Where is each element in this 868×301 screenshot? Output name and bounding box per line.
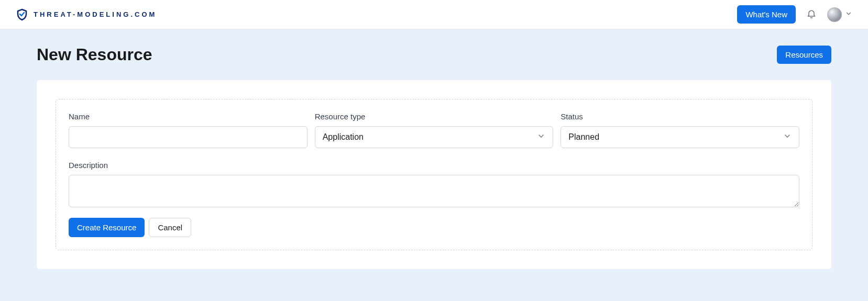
avatar <box>827 7 842 22</box>
resource-type-group: Resource type Application <box>315 112 554 148</box>
form-row-1: Name Resource type Application <box>69 112 799 148</box>
name-group: Name <box>69 112 307 148</box>
chevron-down-icon <box>783 132 792 142</box>
shield-logo-icon <box>16 8 28 21</box>
top-navigation-bar: THREAT-MODELING.COM What's New <box>0 0 868 29</box>
cancel-button[interactable]: Cancel <box>149 218 191 237</box>
resources-button[interactable]: Resources <box>777 46 831 64</box>
chevron-down-icon <box>845 10 852 19</box>
page-title: New Resource <box>37 45 152 64</box>
chevron-down-icon <box>537 132 545 142</box>
form-actions: Create Resource Cancel <box>69 218 799 237</box>
status-group: Status Planned <box>561 112 799 148</box>
resource-type-label: Resource type <box>315 112 554 121</box>
brand[interactable]: THREAT-MODELING.COM <box>16 8 157 21</box>
page-content: New Resource Resources Name Resource typ… <box>0 29 868 285</box>
page-header: New Resource Resources <box>37 45 831 64</box>
description-textarea[interactable] <box>69 175 799 207</box>
create-resource-button[interactable]: Create Resource <box>69 218 145 237</box>
name-label: Name <box>69 112 307 121</box>
description-label: Description <box>69 161 799 170</box>
resource-type-select[interactable]: Application <box>315 126 554 148</box>
description-group: Description <box>69 161 799 207</box>
form-card: Name Resource type Application <box>37 80 831 269</box>
user-menu[interactable] <box>827 7 852 22</box>
resource-type-value: Application <box>323 132 364 142</box>
bell-icon[interactable] <box>806 8 817 21</box>
status-select[interactable]: Planned <box>561 126 799 148</box>
status-value: Planned <box>568 132 599 142</box>
status-label: Status <box>561 112 799 121</box>
brand-text: THREAT-MODELING.COM <box>34 10 157 18</box>
name-input[interactable] <box>69 126 307 148</box>
form-container: Name Resource type Application <box>56 99 812 250</box>
topbar-right: What's New <box>737 5 852 24</box>
whats-new-button[interactable]: What's New <box>737 5 796 24</box>
